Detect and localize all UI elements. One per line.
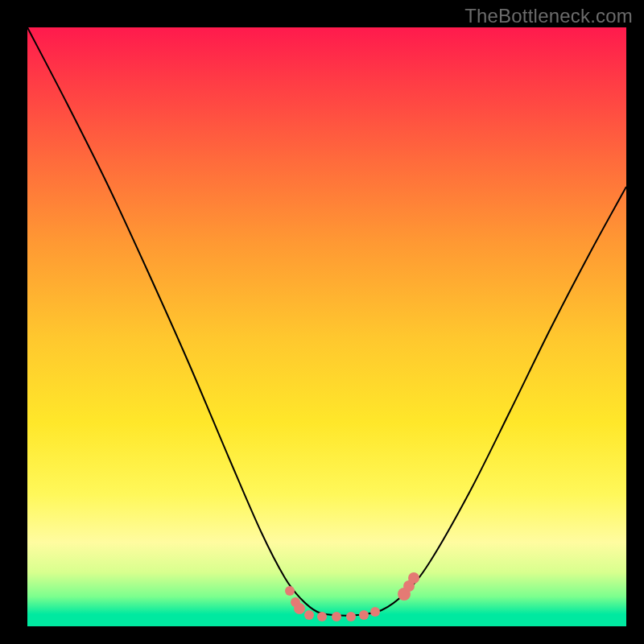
- bottleneck-curve-svg: [27, 27, 626, 626]
- curve-marker: [304, 610, 314, 620]
- curve-marker: [332, 612, 341, 621]
- plot-area: [27, 27, 626, 626]
- curve-marker: [285, 586, 295, 596]
- chart-frame: TheBottleneck.com: [0, 0, 644, 644]
- watermark-text: TheBottleneck.com: [464, 5, 633, 27]
- curve-marker: [408, 572, 419, 584]
- curve-marker: [370, 607, 380, 617]
- bottleneck-curve: [27, 27, 626, 616]
- curve-marker: [359, 610, 369, 620]
- curve-markers: [285, 572, 419, 621]
- curve-marker: [294, 603, 305, 614]
- curve-marker: [317, 612, 327, 621]
- curve-marker: [346, 612, 356, 621]
